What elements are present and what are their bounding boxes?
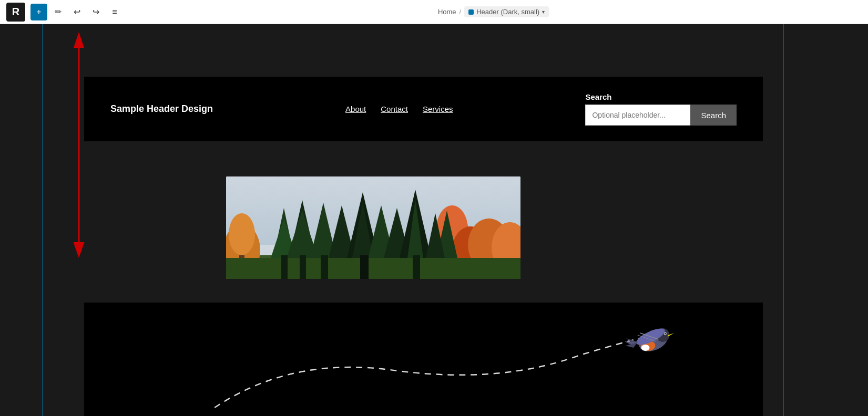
guide-left <box>42 24 43 416</box>
guide-right <box>783 24 784 416</box>
add-icon: + <box>36 7 41 17</box>
svg-marker-3 <box>74 32 84 48</box>
search-row: Search <box>585 105 737 126</box>
svg-rect-29 <box>226 258 520 279</box>
search-input[interactable] <box>585 105 690 126</box>
nav-services[interactable]: Services <box>423 105 453 113</box>
redo-button[interactable]: ↪ <box>87 4 104 20</box>
bird-section <box>84 303 763 416</box>
chevron-down-icon: ▾ <box>542 9 545 15</box>
menu-icon: ≡ <box>112 7 117 17</box>
toolbar-center: Home / Header (Dark, small) ▾ <box>125 6 862 17</box>
svg-point-8 <box>229 213 255 255</box>
breadcrumb-dot-icon <box>468 9 474 15</box>
canvas-area: Sample Header Design About Contact Servi… <box>0 24 868 416</box>
nav-contact[interactable]: Contact <box>381 105 408 113</box>
edit-button[interactable]: ✏ <box>49 4 66 20</box>
site-header: Sample Header Design About Contact Servi… <box>84 77 763 141</box>
undo-icon: ↩ <box>74 7 80 17</box>
breadcrumb: Home / Header (Dark, small) ▾ <box>438 6 549 17</box>
logo-letter: R <box>12 6 19 18</box>
search-button[interactable]: Search <box>690 105 737 126</box>
annotation-arrow <box>63 29 95 263</box>
add-button[interactable]: + <box>30 4 47 20</box>
edit-icon: ✏ <box>55 7 62 17</box>
svg-point-41 <box>665 333 666 335</box>
redo-icon: ↪ <box>93 7 99 17</box>
breadcrumb-separator: / <box>459 8 462 16</box>
svg-rect-31 <box>300 255 306 279</box>
breadcrumb-current[interactable]: Header (Dark, small) ▾ <box>464 6 549 17</box>
app-logo: R <box>6 3 25 22</box>
svg-point-37 <box>641 345 650 351</box>
site-logo: Sample Header Design <box>110 103 213 115</box>
header-nav: About Contact Services <box>345 105 453 113</box>
toolbar: R + ✏ ↩ ↪ ≡ Home / Header (Dark, small) … <box>0 0 868 24</box>
undo-button[interactable]: ↩ <box>68 4 85 20</box>
search-label: Search <box>585 92 737 101</box>
breadcrumb-home[interactable]: Home <box>438 8 456 16</box>
svg-rect-32 <box>321 255 328 279</box>
breadcrumb-current-label: Header (Dark, small) <box>476 8 539 16</box>
svg-rect-33 <box>360 255 369 279</box>
nav-about[interactable]: About <box>345 105 366 113</box>
forest-image <box>226 176 520 279</box>
svg-rect-30 <box>281 255 288 279</box>
menu-button[interactable]: ≡ <box>106 4 123 20</box>
svg-rect-34 <box>413 255 420 279</box>
search-section: Search Search <box>585 92 737 126</box>
